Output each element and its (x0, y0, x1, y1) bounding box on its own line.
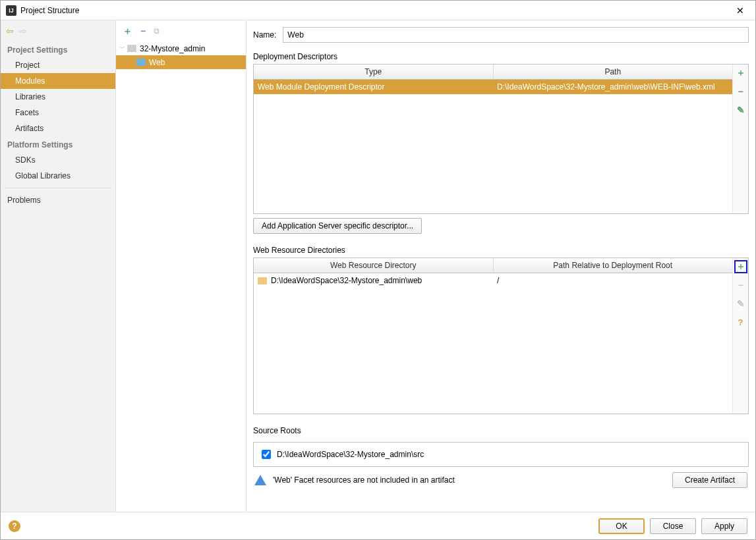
window-title: Project Structure (20, 6, 730, 15)
th-path: Path (494, 65, 733, 79)
nav-item-modules[interactable]: Modules (1, 73, 115, 89)
nav-heading-platform-settings: Platform Settings (1, 136, 115, 152)
remove-icon[interactable]: − (140, 26, 146, 36)
resources-table-body[interactable]: D:\IdeaWordSpace\32-Mystore_admin\web / (254, 273, 732, 414)
sidebar-nav: ⇦ ⇨ Project Settings Project Modules Lib… (1, 20, 116, 512)
forward-icon[interactable]: ⇨ (19, 26, 27, 36)
resources-add-icon[interactable]: ＋ (735, 261, 747, 273)
th-type: Type (254, 65, 494, 79)
resource-dir-cell: D:\IdeaWordSpace\32-Mystore_admin\web (254, 273, 493, 288)
tree-row-root[interactable]: ﹀ 32-Mystore_admin (116, 41, 246, 55)
warning-icon (254, 475, 266, 485)
apply-button[interactable]: Apply (701, 518, 747, 534)
nav-item-libraries[interactable]: Libraries (1, 89, 115, 105)
create-artifact-button[interactable]: Create Artifact (672, 472, 747, 488)
resource-dir: D:\IdeaWordSpace\32-Mystore_admin\web (271, 276, 422, 285)
add-app-server-descriptor-button[interactable]: Add Application Server specific descript… (253, 218, 422, 234)
resources-help-icon[interactable]: ? (735, 316, 747, 328)
folder-icon (258, 277, 267, 284)
descriptors-section-label: Deployment Descriptors (253, 52, 749, 61)
resources-table-header: Web Resource Directory Path Relative to … (254, 258, 732, 273)
tree-row-web[interactable]: Web (116, 55, 246, 69)
resources-side-buttons: ＋ − ✎ ? (732, 258, 748, 414)
app-icon: IJ (6, 5, 16, 16)
artifact-warning-row: 'Web' Facet resources are not included i… (253, 467, 749, 493)
descriptor-row[interactable]: Web Module Deployment Descriptor D:\Idea… (254, 80, 732, 94)
descriptor-path: D:\IdeaWordSpace\32-Mystore_admin\web\WE… (493, 80, 732, 94)
resources-section-label: Web Resource Directories (253, 246, 749, 255)
resources-remove-icon[interactable]: − (735, 279, 747, 291)
resource-rel: / (493, 273, 732, 288)
resources-edit-icon[interactable]: ✎ (735, 298, 747, 310)
warning-message: 'Web' Facet resources are not included i… (273, 475, 666, 485)
folder-icon (127, 43, 137, 54)
titlebar: IJ Project Structure ✕ (1, 1, 755, 20)
source-roots-section-label: Source Roots (253, 426, 749, 435)
descriptor-type: Web Module Deployment Descriptor (254, 80, 493, 94)
module-tree-panel: ＋ − ⧉ ﹀ 32-Mystore_admin Web (116, 20, 247, 512)
source-root-checkbox[interactable] (262, 450, 271, 459)
tree-child-label: Web (149, 58, 165, 67)
source-roots-box: D:\IdeaWordSpace\32-Mystore_admin\src (253, 442, 749, 467)
th-resource-rel: Path Relative to Deployment Root (494, 258, 733, 273)
name-input[interactable] (283, 27, 749, 43)
descriptors-remove-icon[interactable]: − (735, 86, 747, 97)
nav-item-facets[interactable]: Facets (1, 105, 115, 121)
descriptors-table-body[interactable]: Web Module Deployment Descriptor D:\Idea… (254, 80, 732, 213)
nav-separator (5, 188, 111, 188)
web-facet-icon (136, 57, 146, 68)
close-button[interactable]: Close (650, 518, 696, 534)
nav-heading-project-settings: Project Settings (1, 41, 115, 57)
descriptors-side-buttons: ＋ − ✎ (732, 65, 748, 213)
descriptors-edit-icon[interactable]: ✎ (735, 104, 747, 116)
descriptors-table-header: Type Path (254, 65, 732, 80)
help-icon[interactable]: ? (9, 520, 20, 532)
copy-icon[interactable]: ⧉ (154, 26, 160, 36)
nav-item-artifacts[interactable]: Artifacts (1, 121, 115, 136)
tree-root-label: 32-Mystore_admin (140, 44, 205, 53)
descriptors-add-icon[interactable]: ＋ (735, 67, 747, 79)
back-icon[interactable]: ⇦ (6, 26, 14, 36)
nav-item-project[interactable]: Project (1, 57, 115, 73)
chevron-down-icon[interactable]: ﹀ (117, 44, 127, 53)
facet-content: Name: Deployment Descriptors Type Path W… (247, 20, 755, 512)
resource-row[interactable]: D:\IdeaWordSpace\32-Mystore_admin\web / (254, 273, 732, 288)
ok-button[interactable]: OK (598, 518, 645, 534)
close-icon[interactable]: ✕ (730, 5, 750, 16)
dialog-footer: ? OK Close Apply (1, 512, 755, 539)
module-tree[interactable]: ﹀ 32-Mystore_admin Web (116, 41, 246, 512)
source-root-path: D:\IdeaWordSpace\32-Mystore_admin\src (277, 450, 424, 459)
add-icon[interactable]: ＋ (123, 25, 132, 38)
nav-item-problems[interactable]: Problems (1, 192, 115, 208)
name-label: Name: (253, 30, 276, 40)
th-resource-dir: Web Resource Directory (254, 258, 494, 273)
nav-item-global-libraries[interactable]: Global Libraries (1, 168, 115, 184)
nav-item-sdks[interactable]: SDKs (1, 152, 115, 168)
